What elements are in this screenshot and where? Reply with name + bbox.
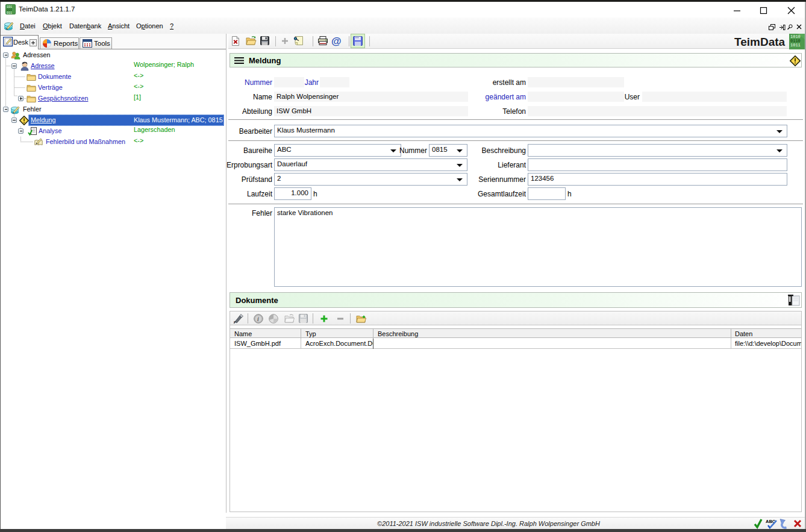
svg-text:011: 011	[7, 11, 12, 14]
svg-text:@: @	[331, 36, 342, 47]
svg-text:1011: 1011	[790, 43, 801, 48]
svg-text:i: i	[257, 316, 259, 322]
